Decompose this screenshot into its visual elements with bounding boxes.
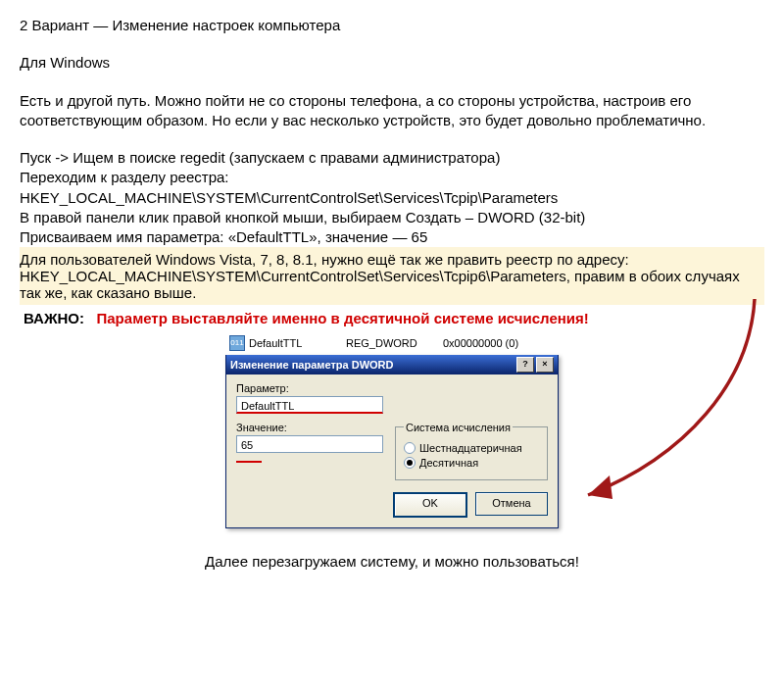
important-text: Параметр выставляйте именно в десятичной… — [97, 310, 589, 326]
help-button[interactable]: ? — [516, 357, 534, 373]
dialog-title: Изменение параметра DWORD — [230, 355, 393, 374]
vista-note-1: Для пользователей Windows Vista, 7, 8, 8… — [20, 251, 629, 268]
vista-note-block: Для пользователей Windows Vista, 7, 8, 8… — [20, 247, 764, 305]
step-4: Присваиваем имя параметра: «DefaultTTL»,… — [20, 227, 764, 247]
reg-path-1: HKEY_LOCAL_MACHINE\SYSTEM\CurrentControl… — [20, 188, 764, 208]
param-label: Параметр: — [236, 382, 548, 394]
step-1: Пуск -> Ищем в поиске regedit (запускаем… — [20, 148, 764, 168]
radix-group: Система исчисления Шестнадцатеричная Дес… — [395, 422, 548, 480]
value-input[interactable]: 65 — [236, 435, 383, 453]
hex-label: Шестнадцатеричная — [419, 442, 522, 454]
cancel-button[interactable]: Отмена — [475, 492, 548, 516]
dec-radio-row[interactable]: Десятичная — [404, 457, 539, 469]
radix-legend: Система исчисления — [404, 422, 513, 433]
hex-radio-row[interactable]: Шестнадцатеричная — [404, 442, 539, 454]
dec-label: Десятичная — [419, 457, 478, 469]
value-label: Значение: — [236, 422, 383, 433]
param-input[interactable]: DefaultTTL — [236, 396, 383, 414]
hex-radio[interactable] — [404, 442, 416, 454]
step-3: В правой панели клик правой кнопкой мыши… — [20, 208, 764, 227]
reg-value-data: 0x00000000 (0) — [443, 337, 518, 349]
reg-dword-icon: 011 — [229, 335, 245, 351]
registry-screenshot: 011 DefaultTTL REG_DWORD 0x00000000 (0) … — [225, 335, 559, 528]
edit-dword-dialog: Изменение параметра DWORD ? × Параметр: … — [225, 355, 559, 528]
ok-button[interactable]: OK — [393, 492, 467, 518]
registry-value-row: 011 DefaultTTL REG_DWORD 0x00000000 (0) — [225, 335, 559, 351]
reg-value-type: REG_DWORD — [346, 337, 439, 349]
intro-paragraph: Есть и другой путь. Можно пойти не со ст… — [20, 91, 764, 131]
footer-text: Далее перезагружаем систему, и можно пол… — [20, 552, 764, 572]
value-underline — [236, 461, 262, 463]
reg-path-2: HKEY_LOCAL_MACHINE\SYSTEM\CurrentControl… — [20, 268, 740, 301]
reg-value-name: DefaultTTL — [249, 337, 342, 349]
close-button[interactable]: × — [536, 357, 554, 373]
important-label: ВАЖНО: — [24, 310, 84, 326]
step-2: Переходим к разделу реестра: — [20, 168, 764, 187]
heading: 2 Вариант — Изменение настроек компьютер… — [20, 16, 764, 35]
os-label: Для Windows — [20, 53, 764, 73]
important-line: ВАЖНО: Параметр выставляйте именно в дес… — [24, 309, 764, 328]
dec-radio[interactable] — [404, 457, 416, 469]
dialog-titlebar[interactable]: Изменение параметра DWORD ? × — [226, 355, 558, 374]
